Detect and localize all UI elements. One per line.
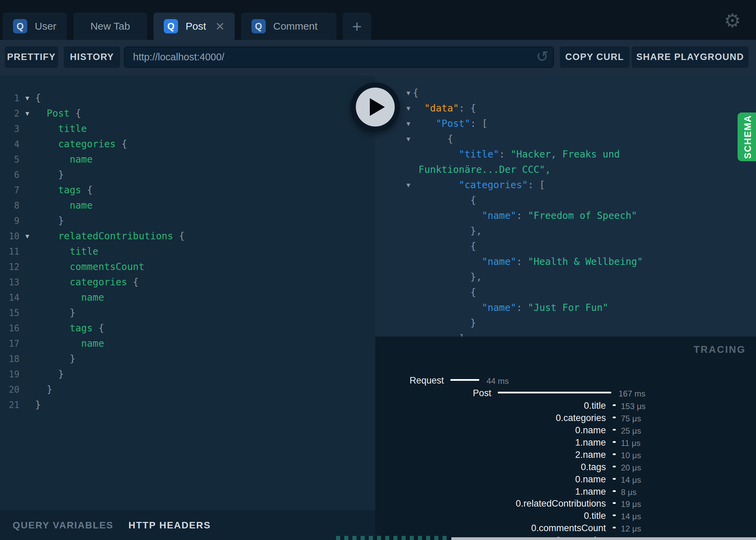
response-line: ▾ "Post": [ [375, 116, 756, 131]
history-button[interactable]: HISTORY [64, 46, 120, 68]
query-variables-tab[interactable]: QUERY VARIABLES [13, 520, 114, 531]
add-tab-button[interactable]: + [343, 13, 371, 40]
editor-code: name [35, 200, 93, 211]
refresh-schema-icon[interactable]: ↺ [536, 48, 549, 65]
fold-triangle-down-icon[interactable]: ▾ [19, 232, 35, 241]
editor-line[interactable]: 6 } [0, 167, 375, 182]
line-number: 5 [0, 154, 19, 165]
line-number: 4 [0, 139, 19, 149]
response-line: "name": "Health & Wellbeing" [375, 254, 756, 269]
editor-line[interactable]: 1▾{ [0, 90, 375, 106]
collapse-triangle-down-icon[interactable]: ▾ [403, 135, 413, 144]
editor-line[interactable]: 8 name [0, 198, 375, 213]
tracing-duration-value: 10 μs [621, 451, 641, 460]
execute-play-button[interactable] [351, 82, 400, 132]
tracing-row: 0.name25 μs [375, 425, 756, 437]
tracing-duration-value: 14 μs [621, 475, 641, 485]
tracing-duration-value: 167 ms [619, 389, 645, 399]
response-code: "title": "Hacker, Freaks und [413, 149, 620, 160]
editor-line[interactable]: 19 } [0, 366, 375, 382]
response-line: ▾ { [375, 131, 756, 147]
tab-user[interactable]: QUser [3, 13, 67, 40]
response-line: "name": "Just For Fun" [375, 300, 756, 315]
query-editor-pane[interactable]: 1▾{2▾ Post {3 title4 categories {5 name6… [0, 76, 375, 510]
collapse-triangle-down-icon[interactable]: ▾ [403, 119, 413, 128]
editor-line[interactable]: 17 name [0, 336, 375, 351]
line-number: 2 [0, 108, 19, 119]
tab-post[interactable]: QPost× [154, 13, 235, 40]
tracing-row: 1.name11 μs [375, 437, 756, 449]
tab-label: User [35, 20, 56, 32]
tracing-duration-value: 20 μs [621, 463, 641, 472]
plus-icon: + [352, 17, 362, 36]
tracing-row: 0.title14 μs [375, 511, 756, 522]
editor-line[interactable]: 4 categories { [0, 136, 375, 152]
line-number: 3 [0, 124, 19, 134]
http-headers-tab[interactable]: HTTP HEADERS [129, 520, 211, 531]
fold-triangle-down-icon[interactable]: ▾ [19, 94, 35, 103]
query-editor-lines: 1▾{2▾ Post {3 title4 categories {5 name6… [0, 76, 375, 412]
response-code: } [413, 317, 476, 329]
editor-code: } [35, 369, 64, 380]
tracing-duration-bar [613, 453, 616, 455]
tracing-duration-value: 12 μs [621, 524, 641, 534]
editor-line[interactable]: 7 tags { [0, 182, 375, 198]
line-number: 10 [0, 231, 19, 241]
collapse-triangle-down-icon[interactable]: ▾ [403, 89, 413, 97]
editor-line[interactable]: 9 } [0, 213, 375, 228]
response-line: Funktionäre...Der CCC", [375, 162, 756, 177]
response-code: { [413, 195, 476, 206]
tab-label: Post [186, 20, 206, 32]
editor-code: } [35, 169, 64, 180]
editor-code: title [35, 123, 87, 134]
editor-code: title [35, 246, 98, 257]
horizontal-scrollbar[interactable] [451, 537, 756, 540]
editor-line[interactable]: 12 commentsCount [0, 259, 375, 274]
settings-gear-icon[interactable]: ⚙ [724, 10, 741, 32]
tracing-row: 2.name10 μs [375, 450, 756, 461]
share-playground-button[interactable]: SHARE PLAYGROUND [632, 46, 748, 68]
editor-code: name [35, 154, 93, 165]
editor-line[interactable]: 11 title [0, 244, 375, 259]
tracing-row: 1.name8 μs [375, 486, 756, 498]
tab-new-tab[interactable]: New Tab [73, 13, 147, 40]
response-line: ] [375, 331, 756, 336]
copy-curl-button[interactable]: COPY CURL [560, 46, 629, 68]
tracing-duration-value: 19 μs [621, 499, 641, 509]
editor-line[interactable]: 3 title [0, 121, 375, 136]
line-number: 20 [0, 385, 19, 395]
tracing-duration-bar [613, 527, 616, 528]
endpoint-url-input[interactable] [124, 46, 554, 68]
editor-line[interactable]: 18 } [0, 351, 375, 366]
tracing-resolver-label: 1.name [575, 486, 606, 497]
editor-line[interactable]: 2▾ Post { [0, 106, 375, 121]
editor-line[interactable]: 5 name [0, 152, 375, 167]
line-number: 18 [0, 354, 19, 364]
query-badge: Q [251, 19, 266, 33]
fold-triangle-down-icon[interactable]: ▾ [19, 109, 35, 118]
prettify-button[interactable]: PRETTIFY [5, 46, 58, 68]
editor-line[interactable]: 20 } [0, 382, 375, 397]
schema-tab[interactable]: SCHEMA [738, 112, 756, 161]
collapse-triangle-down-icon[interactable]: ▾ [403, 181, 413, 190]
editor-line[interactable]: 14 name [0, 290, 375, 305]
editor-line[interactable]: 15 } [0, 305, 375, 320]
editor-code: { [35, 92, 41, 104]
editor-line[interactable]: 13 categories { [0, 274, 375, 290]
response-code: "name": "Health & Wellbeing" [413, 256, 643, 267]
tab-comment[interactable]: QComment [241, 13, 336, 40]
response-code: "name": "Just For Fun" [413, 302, 608, 313]
response-line: } [375, 315, 756, 331]
response-pane: ▾{▾ "data": {▾ "Post": [▾ { "title": "Ha… [375, 76, 756, 336]
close-icon[interactable]: × [216, 21, 224, 31]
editor-code: commentsCount [35, 261, 144, 272]
tracing-duration-bar [613, 404, 616, 406]
editor-line[interactable]: 16 tags { [0, 320, 375, 336]
editor-line[interactable]: 21} [0, 397, 375, 412]
tracing-row: 0.tags20 μs [375, 462, 756, 474]
editor-line[interactable]: 10▾ relatedContributions { [0, 228, 375, 244]
tracing-resolver-label: 0.relatedContributions [516, 498, 606, 509]
line-number: 21 [0, 400, 19, 410]
collapse-triangle-down-icon[interactable]: ▾ [403, 104, 413, 113]
response-line: }, [375, 269, 756, 285]
